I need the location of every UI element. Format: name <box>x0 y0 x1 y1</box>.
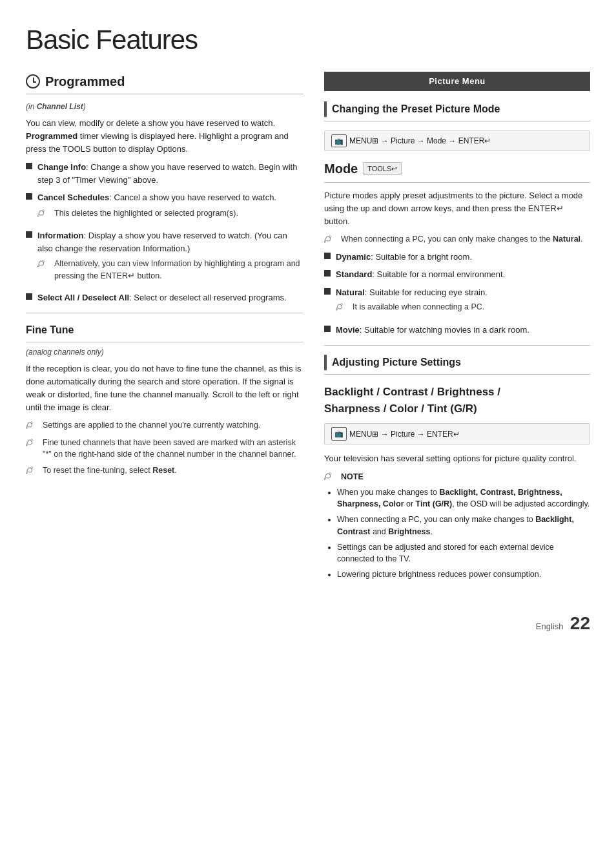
note-bullets-list: When you make changes to Backlight, Cont… <box>324 486 590 581</box>
list-item: Select All / Deselect All: Select or des… <box>26 291 303 304</box>
programmed-intro: You can view, modify or delete a show yo… <box>26 117 303 156</box>
fine-tune-note-2: Fine tuned channels that have been saved… <box>26 437 303 461</box>
backlight-title: Backlight / Contrast / Brightness /Sharp… <box>324 384 590 417</box>
note-text: Fine tuned channels that have been saved… <box>43 437 303 461</box>
fine-tune-subheading: (analog channels only) <box>26 346 303 359</box>
picture-menu-bar: Picture Menu <box>324 72 590 91</box>
programmed-list: Change Info: Change a show you have rese… <box>26 161 303 304</box>
changing-preset-title: Changing the Preset Picture Mode <box>332 101 500 117</box>
mode-section: Mode TOOLS↩ Picture modes apply preset a… <box>324 159 590 336</box>
mode-intro: Picture modes apply preset adjustments t… <box>324 189 590 228</box>
note-pencil-icon <box>336 302 350 315</box>
list-item: Cancel Schedules: Cancel a show you have… <box>26 191 303 224</box>
menu-icon: 📺 <box>331 134 347 148</box>
list-item: Standard: Suitable for a normal environm… <box>324 268 590 281</box>
clock-icon <box>26 74 40 89</box>
page-number-area: English 22 <box>26 603 590 637</box>
note-text: This deletes the highlighted or selected… <box>54 207 238 220</box>
divider <box>26 313 303 313</box>
list-item: Change Info: Change a show you have rese… <box>26 161 303 186</box>
bullet-icon <box>324 326 331 332</box>
divider <box>324 345 590 346</box>
bullet-icon <box>324 288 331 295</box>
adjusting-title: Adjusting Picture Settings <box>332 355 461 370</box>
note-text: It is available when connecting a PC. <box>353 301 484 313</box>
language-label: English <box>536 622 564 631</box>
fine-tune-note-1: Settings are applied to the channel you'… <box>26 419 303 433</box>
note-bullet-item: When connecting a PC, you can only make … <box>337 514 590 538</box>
bullet-icon <box>26 193 32 200</box>
menu-path-text: MENU⊞ → Picture → Mode → ENTER↵ <box>349 135 491 147</box>
menu-icon: 📺 <box>331 427 347 441</box>
mode-list: Dynamic: Suitable for a bright room. Sta… <box>324 251 590 337</box>
list-item: Movie: Suitable for watching movies in a… <box>324 324 590 337</box>
programmed-subheading: (in Channel List) <box>26 101 303 113</box>
note-pencil-icon <box>26 420 40 433</box>
bullet-icon <box>26 231 32 238</box>
bullet-icon <box>26 293 32 300</box>
fine-tune-intro: If the reception is clear, you do not ha… <box>26 362 303 415</box>
list-item: Natural: Suitable for reducing eye strai… <box>324 286 590 319</box>
note-bullet-item: Lowering picture brightness reduces powe… <box>337 569 590 581</box>
left-column: Programmed (in Channel List) You can vie… <box>26 72 303 584</box>
backlight-section: Backlight / Contrast / Brightness /Sharp… <box>324 384 590 580</box>
divider <box>324 121 590 121</box>
tools-badge: TOOLS↩ <box>363 162 402 176</box>
note-text: To reset the fine-tuning, select Reset. <box>43 465 177 477</box>
note-title: NOTE <box>341 471 364 483</box>
mode-pc-note-text: When connecting a PC, you can only make … <box>341 233 583 245</box>
adjusting-header: Adjusting Picture Settings <box>324 355 590 370</box>
list-item: Dynamic: Suitable for a bright room. <box>324 251 590 264</box>
note-block: NOTE When you make changes to Backlight,… <box>324 470 590 581</box>
note-pencil-icon <box>26 465 40 478</box>
mode-pc-note: When connecting a PC, you can only make … <box>324 233 590 247</box>
note-bullet-item: Settings can be adjusted and stored for … <box>337 541 590 566</box>
fine-tune-title: Fine Tune <box>26 322 303 338</box>
note-pencil-icon <box>324 234 338 247</box>
note-text: Settings are applied to the channel you'… <box>43 419 260 432</box>
changing-preset-menu-path: 📺 MENU⊞ → Picture → Mode → ENTER↵ <box>324 131 590 152</box>
backlight-menu-path-text: MENU⊞ → Picture → ENTER↵ <box>349 428 460 440</box>
mode-title: Mode TOOLS↩ <box>324 159 590 178</box>
backlight-intro: Your television has several setting opti… <box>324 452 590 465</box>
divider <box>324 182 590 183</box>
page-number: 22 <box>570 613 590 633</box>
bullet-icon <box>324 270 331 277</box>
note-pencil-icon <box>37 258 52 271</box>
divider <box>324 374 590 375</box>
note-bullet-item: When you make changes to Backlight, Cont… <box>337 486 590 511</box>
divider <box>26 342 303 342</box>
programmed-header: Programmed <box>26 72 303 94</box>
bullet-icon <box>324 253 331 259</box>
note-pencil-icon <box>324 471 338 484</box>
list-item: Information: Display a show you have res… <box>26 229 303 286</box>
backlight-menu-path: 📺 MENU⊞ → Picture → ENTER↵ <box>324 423 590 444</box>
page-title: Basic Features <box>26 19 590 60</box>
note-label: NOTE <box>324 470 590 484</box>
fine-tune-note-3: To reset the fine-tuning, select Reset. <box>26 465 303 478</box>
note-text: Alternatively, you can view Information … <box>54 258 303 282</box>
note-pencil-icon <box>37 208 52 221</box>
bullet-icon <box>26 163 32 169</box>
note-pencil-icon <box>26 437 40 450</box>
programmed-title: Programmed <box>45 72 125 91</box>
changing-preset-header: Changing the Preset Picture Mode <box>324 101 590 117</box>
right-column: Picture Menu Changing the Preset Picture… <box>324 72 590 584</box>
